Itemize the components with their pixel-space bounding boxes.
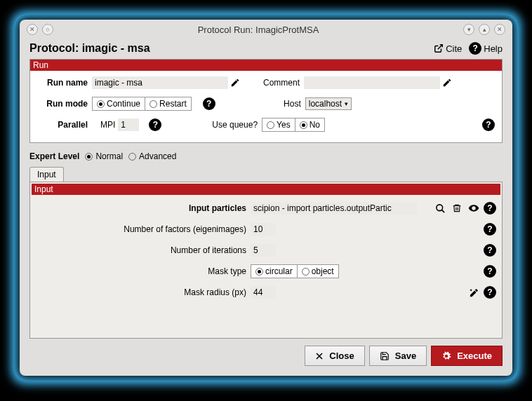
close-icon[interactable]: ✕ bbox=[494, 24, 505, 35]
trash-icon[interactable] bbox=[450, 201, 464, 215]
run-mode-restart[interactable]: Restart bbox=[145, 97, 191, 110]
titlebar: ✕ ○ Protocol Run: ImagicProtMSA ▾ ▴ ✕ bbox=[20, 20, 512, 39]
particles-help-icon[interactable]: ? bbox=[484, 202, 496, 215]
tab-strip: Input bbox=[29, 167, 503, 182]
run-section-header: Run bbox=[30, 60, 502, 71]
minimize-icon[interactable]: ▾ bbox=[463, 24, 474, 35]
queue-yes[interactable]: Yes bbox=[262, 118, 295, 131]
floppy-icon bbox=[380, 351, 390, 361]
window-title: Protocol Run: ImagicProtMSA bbox=[53, 25, 463, 35]
tab-input[interactable]: Input bbox=[29, 167, 64, 182]
run-mode-radio-group: Continue Restart bbox=[92, 97, 192, 111]
iterations-label: Number of iterations bbox=[36, 245, 251, 255]
maximize-icon[interactable]: ▴ bbox=[479, 24, 490, 35]
run-mode-help-icon[interactable]: ? bbox=[203, 97, 215, 110]
expert-advanced[interactable]: Advanced bbox=[128, 151, 176, 161]
search-icon[interactable] bbox=[433, 201, 447, 215]
iterations-input[interactable] bbox=[251, 244, 276, 257]
protocol-title: Protocol: imagic - msa bbox=[29, 42, 434, 55]
edit-comment-icon[interactable] bbox=[440, 76, 454, 90]
mpi-input[interactable] bbox=[118, 118, 139, 131]
host-label: Host bbox=[260, 99, 305, 109]
help-icon: ? bbox=[469, 42, 481, 55]
run-name-label: Run name bbox=[37, 78, 92, 88]
host-select[interactable]: localhost bbox=[305, 97, 352, 110]
input-particles-field[interactable] bbox=[251, 202, 418, 215]
mask-radius-input[interactable] bbox=[251, 286, 276, 299]
external-link-icon bbox=[434, 43, 444, 53]
help-link[interactable]: ? Help bbox=[469, 42, 503, 55]
mask-type-label: Mask type bbox=[36, 266, 251, 276]
mask-type-circular[interactable]: circular bbox=[251, 265, 298, 278]
input-section-header: Input bbox=[32, 184, 500, 195]
execute-button[interactable]: Execute bbox=[431, 346, 503, 366]
run-section: Run Run name Comment Run mode Continue R… bbox=[29, 59, 503, 143]
cite-link[interactable]: Cite bbox=[434, 42, 462, 55]
factors-help-icon[interactable]: ? bbox=[484, 223, 496, 236]
mask-type-radio-group: circular object bbox=[251, 264, 339, 278]
factors-label: Number of factors (eigenimages) bbox=[36, 224, 251, 234]
mask-type-help-icon[interactable]: ? bbox=[484, 265, 496, 278]
queue-help-icon[interactable]: ? bbox=[482, 118, 495, 131]
run-mode-label: Run mode bbox=[37, 99, 92, 109]
save-button[interactable]: Save bbox=[369, 346, 427, 366]
gear-icon bbox=[441, 351, 451, 361]
expert-normal[interactable]: Normal bbox=[85, 151, 123, 161]
input-tab-panel: Input Input particles ? Number of factor… bbox=[29, 182, 503, 339]
run-mode-continue[interactable]: Continue bbox=[93, 97, 145, 110]
comment-input[interactable] bbox=[304, 76, 440, 89]
window-menu-icon[interactable]: ✕ bbox=[27, 24, 38, 35]
factors-input[interactable] bbox=[251, 223, 276, 236]
parallel-label: Parallel bbox=[37, 120, 92, 130]
comment-label: Comment bbox=[259, 78, 304, 88]
expert-level-label: Expert Level bbox=[29, 151, 79, 161]
close-button[interactable]: Close bbox=[305, 346, 364, 366]
queue-label: Use queue? bbox=[212, 120, 262, 130]
wizard-icon[interactable] bbox=[467, 285, 481, 299]
close-x-icon bbox=[315, 352, 324, 360]
parallel-help-icon[interactable]: ? bbox=[149, 118, 161, 131]
iterations-help-icon[interactable]: ? bbox=[484, 244, 496, 257]
edit-run-name-icon[interactable] bbox=[228, 76, 242, 90]
queue-no[interactable]: No bbox=[295, 118, 324, 131]
mpi-label: MPI bbox=[100, 120, 118, 130]
queue-radio-group: Yes No bbox=[262, 118, 325, 132]
run-name-input[interactable] bbox=[92, 76, 228, 89]
window-pin-icon[interactable]: ○ bbox=[42, 24, 53, 35]
svg-point-0 bbox=[436, 204, 442, 210]
mask-radius-label: Mask radius (px) bbox=[36, 287, 251, 297]
mask-radius-help-icon[interactable]: ? bbox=[484, 286, 496, 299]
eye-icon[interactable] bbox=[467, 201, 481, 215]
input-particles-label: Input particles bbox=[36, 203, 251, 213]
mask-type-object[interactable]: object bbox=[298, 265, 338, 278]
